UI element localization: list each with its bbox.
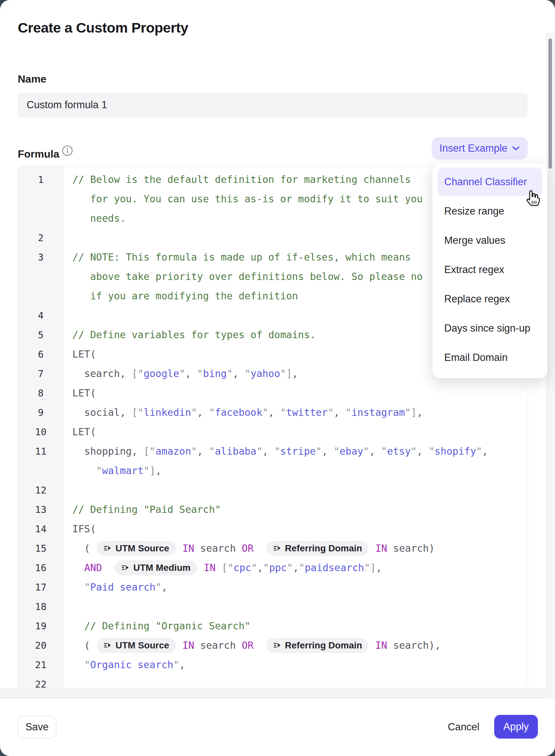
- code-text: ,: [197, 407, 209, 418]
- code-punctuation: ": [96, 465, 102, 476]
- code-keyword: OR: [242, 543, 254, 554]
- line-number: [18, 208, 64, 228]
- code-keyword: IN: [376, 640, 387, 651]
- line-number: [18, 189, 64, 208]
- code-punctuation: ": [274, 445, 280, 457]
- code-line: LET(: [64, 383, 528, 403]
- menu-item-extract-regex[interactable]: Extract regex: [438, 255, 542, 284]
- field-token-pill[interactable]: Referring Domain: [266, 541, 369, 556]
- line-number: 19: [18, 616, 64, 636]
- name-input-value: Custom formula 1: [27, 99, 107, 111]
- field-token-pill[interactable]: Referring Domain: [266, 638, 369, 653]
- code-text: ,: [233, 368, 245, 379]
- code-string: ebay: [340, 445, 363, 457]
- cancel-button[interactable]: Cancel: [442, 716, 485, 739]
- code-text: [72, 581, 84, 593]
- field-token-pill[interactable]: UTM Source: [97, 541, 176, 556]
- menu-item-replace-regex[interactable]: Replace regex: [438, 285, 542, 313]
- code-row: 12: [18, 480, 528, 500]
- line-number: [18, 461, 64, 480]
- name-input[interactable]: Custom formula 1: [18, 93, 527, 117]
- field-token-pill[interactable]: UTM Source: [97, 638, 176, 653]
- code-text: [369, 640, 375, 651]
- code-line: [64, 674, 528, 688]
- code-punctuation: ": [179, 368, 185, 379]
- code-punctuation: ": [245, 368, 251, 379]
- code-punctuation: ": [334, 445, 340, 457]
- line-number: 6: [18, 345, 64, 364]
- insert-example-button[interactable]: Insert Example: [432, 137, 528, 160]
- code-comment: // Defining "Paid Search": [72, 504, 221, 515]
- code-keyword: IN: [182, 543, 194, 554]
- info-icon[interactable]: [62, 145, 73, 156]
- apply-button[interactable]: Apply: [494, 715, 538, 739]
- code-punctuation: ": [191, 445, 197, 457]
- code-punctuation: "]: [405, 407, 417, 418]
- editor-horizontal-scrollbar[interactable]: [0, 688, 555, 698]
- field-token-icon: [273, 544, 282, 553]
- code-comment: // Defining "Organic Search": [84, 620, 251, 632]
- field-token-label: UTM Medium: [133, 563, 190, 573]
- code-punctuation: ": [381, 445, 387, 457]
- page-title: Create a Custom Property: [18, 20, 188, 36]
- create-custom-property-modal: Create a Custom Property Name Custom for…: [0, 0, 555, 756]
- code-text: [177, 640, 182, 651]
- code-line: "walmart"],: [64, 461, 528, 480]
- modal-scrollbar-thumb[interactable]: [548, 39, 552, 169]
- code-punctuation: ": [346, 407, 351, 418]
- field-token-label: Referring Domain: [285, 640, 362, 651]
- line-number: 16: [18, 558, 64, 578]
- code-string: ppc: [269, 562, 287, 573]
- code-text: social,: [72, 407, 132, 418]
- code-text: LET(: [72, 348, 96, 360]
- field-token-pill[interactable]: UTM Medium: [115, 560, 197, 575]
- code-text: [254, 640, 265, 651]
- menu-item-days-since-sign-up[interactable]: Days since sign-up: [438, 314, 542, 343]
- code-text: [254, 543, 265, 554]
- code-comment: // NOTE: This formula is made up of if-e…: [72, 251, 411, 263]
- code-text: ,: [162, 581, 167, 593]
- code-text: LET(: [72, 387, 96, 399]
- save-button[interactable]: Save: [17, 716, 56, 739]
- code-text: (: [72, 640, 96, 651]
- code-text: search: [194, 640, 242, 651]
- code-keyword: IN: [204, 562, 216, 573]
- insert-example-label: Insert Example: [439, 143, 508, 154]
- code-comment: // Below is the default definition for m…: [72, 174, 411, 185]
- code-line: "Paid search",: [64, 578, 528, 597]
- code-text: [72, 465, 96, 476]
- code-string: instagram: [351, 407, 405, 418]
- line-number: 7: [18, 364, 64, 383]
- code-keyword: OR: [242, 640, 254, 651]
- line-number: 15: [18, 539, 64, 558]
- code-text: ,: [292, 368, 298, 379]
- field-token-label: UTM Source: [116, 543, 169, 554]
- code-text: shopping,: [72, 445, 144, 457]
- code-punctuation: ": [328, 407, 334, 418]
- line-number: 12: [18, 480, 64, 500]
- line-number: 17: [18, 578, 64, 597]
- menu-item-merge-values[interactable]: Merge values: [438, 226, 542, 254]
- code-line: social, ["linkedin", "facebook", "twitte…: [64, 403, 528, 422]
- code-text: ,: [257, 562, 263, 573]
- code-text: [102, 562, 114, 573]
- code-line: AND UTM Medium IN ["cpc","ppc","paidsear…: [64, 558, 528, 578]
- code-punctuation: "]: [364, 562, 376, 573]
- code-string: linkedin: [144, 407, 191, 418]
- menu-item-email-domain[interactable]: Email Domain: [438, 343, 542, 372]
- code-line: shopping, ["amazon", "alibaba", "stripe"…: [64, 441, 528, 461]
- code-text: [72, 620, 84, 632]
- code-punctuation: "]: [144, 465, 156, 476]
- line-number: 3: [18, 247, 64, 267]
- code-line: [64, 480, 528, 500]
- code-punctuation: [": [222, 562, 233, 573]
- code-punctuation: ": [262, 407, 268, 418]
- code-string: paidsearch: [305, 562, 364, 573]
- code-text: ,: [322, 445, 334, 457]
- code-row: "walmart"],: [18, 461, 528, 480]
- code-comment: if you are modifying the definition: [72, 290, 298, 302]
- code-text: [198, 562, 204, 573]
- code-string: walmart: [102, 465, 143, 476]
- code-text: ,: [179, 659, 185, 671]
- line-number: 1: [18, 170, 64, 189]
